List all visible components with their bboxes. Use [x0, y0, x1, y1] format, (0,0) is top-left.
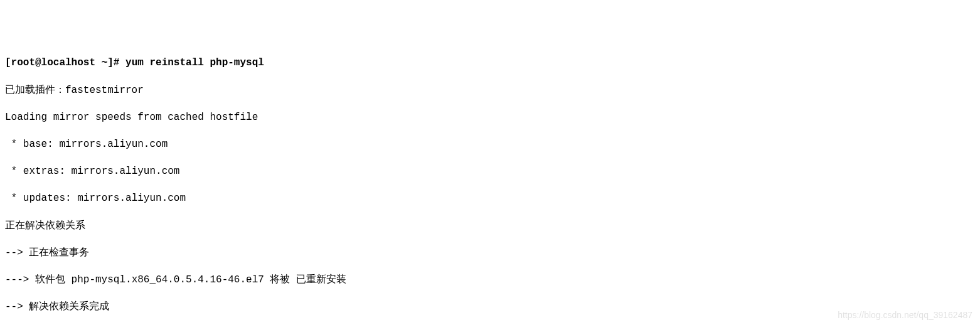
output-mirror-extras: * extras: mirrors.aliyun.com [5, 165, 975, 179]
output-plugins: 已加载插件：fastestmirror [5, 84, 975, 98]
prompt-line: [root@localhost ~]# yum reinstall php-my… [5, 56, 975, 70]
output-checking-trans: --> 正在检查事务 [5, 247, 975, 260]
shell-command: yum reinstall php-mysql [125, 57, 264, 68]
output-deps-done: --> 解决依赖关系完成 [5, 301, 975, 314]
shell-prompt: [root@localhost ~]# [5, 57, 125, 68]
output-package-action: ---> 软件包 php-mysql.x86_64.0.5.4.16-46.el… [5, 274, 975, 287]
output-mirror-base: * base: mirrors.aliyun.com [5, 138, 975, 152]
output-mirror-updates: * updates: mirrors.aliyun.com [5, 192, 975, 206]
output-resolving-deps: 正在解决依赖关系 [5, 220, 975, 233]
watermark-text: https://blog.csdn.net/qq_39162487 [838, 309, 972, 321]
output-loading-mirrors: Loading mirror speeds from cached hostfi… [5, 111, 975, 125]
